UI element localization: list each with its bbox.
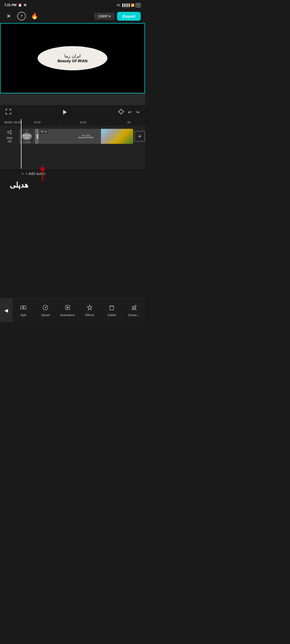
add-clip-button[interactable]: + <box>134 131 145 142</box>
title-oval: ایران زیبا Beauty Of IRAN <box>38 46 107 70</box>
bottom-toolbar: ◀ Split Speed <box>0 298 145 322</box>
title-english: Beauty Of IRAN <box>57 58 88 63</box>
svg-rect-6 <box>24 306 26 309</box>
clip-text: ایران زیبا Beauty Of IRAN <box>78 134 94 139</box>
close-button[interactable]: ✕ <box>4 12 13 20</box>
speed-label: Speed <box>41 313 50 317</box>
delete-tool-button[interactable]: Delete <box>101 299 123 322</box>
preview-area: ایران زیبا Beauty Of IRAN <box>0 23 145 93</box>
speed-icon <box>42 304 49 312</box>
effects-icon <box>86 304 93 312</box>
undo-button[interactable]: ↩ <box>128 109 132 116</box>
alarm-icon: ⏰ <box>18 3 22 7</box>
split-label: Split <box>20 313 26 317</box>
top-toolbar: ✕ ? 🔥 1080P ▾ Export <box>0 9 145 23</box>
playhead-line <box>21 126 21 169</box>
clip-separator[interactable]: ▐ <box>35 129 39 144</box>
clip-duration: 59.4s <box>40 130 48 133</box>
preview-black: ایران زیبا Beauty Of IRAN <box>1 24 144 93</box>
toolbar-items: Split Speed Animations <box>12 299 145 322</box>
redo-button[interactable]: ↪ <box>136 109 140 116</box>
split-icon <box>20 304 27 312</box>
timeline-cursor <box>21 119 21 126</box>
add-audio-row: + + Add audio <box>0 169 145 178</box>
timeline-header: 00:00 / 01:01 00:00 · 00:02 · 00: <box>0 119 145 126</box>
edit-icon: ✏ <box>26 129 28 133</box>
svg-rect-16 <box>132 306 133 309</box>
time-marks: 00:00 · 00:02 · 00: <box>4 121 141 124</box>
clip-thumb-bg <box>101 129 133 144</box>
arrow-stem <box>42 170 43 181</box>
svg-point-9 <box>45 307 46 308</box>
annotation-section: + + Add audio هدپلی <box>0 169 145 194</box>
plus-icon: + <box>21 171 24 176</box>
time-mark-2: 00:02 <box>72 121 95 124</box>
svg-rect-17 <box>135 305 136 309</box>
persian-annotation: هدپلی <box>10 181 28 189</box>
svg-marker-1 <box>119 109 124 114</box>
split-tool-button[interactable]: Split <box>12 299 34 322</box>
wifi-icon: 📶 <box>131 3 135 7</box>
status-right: 4G ▐▐▐▐ 📶 83 <box>117 3 141 7</box>
enhance-label: Enhan... <box>128 313 139 317</box>
effects-label: Effects <box>85 313 94 317</box>
cover-clip[interactable]: ✏ Beauty OF IRAN Cover <box>19 129 34 144</box>
right-controls: ↩ ↪ <box>118 109 140 116</box>
status-left: 7:21 PM ⏰ ⚙ <box>4 3 27 7</box>
time-mark-3: · <box>95 121 118 124</box>
svg-marker-11 <box>67 306 69 309</box>
mute-icon <box>7 130 12 136</box>
delete-label: Delete <box>108 313 116 317</box>
svg-rect-12 <box>110 306 114 310</box>
animations-icon <box>64 304 71 312</box>
time-mark-4: 00: <box>118 121 141 124</box>
signal-icon: ▐▐▐▐ <box>121 3 130 7</box>
time-mark-1: · <box>49 121 72 124</box>
toolbar-left: ✕ ? 🔥 <box>4 12 94 20</box>
enhance-tool-button[interactable]: Enhan... <box>123 299 145 322</box>
delete-icon <box>108 304 115 312</box>
main-clip[interactable]: 59.4s ایران زیبا Beauty Of IRAN <box>39 129 133 144</box>
title-persian: ایران زیبا <box>64 53 80 58</box>
battery-indicator: 83 <box>136 3 141 7</box>
red-arrow-annotation <box>40 166 45 181</box>
cover-label: Cover <box>23 141 31 144</box>
spacer-area <box>0 93 145 105</box>
keyframe-button[interactable] <box>118 109 124 116</box>
effects-tool-button[interactable]: Effects <box>79 299 101 322</box>
network-4g-icon: 4G <box>117 4 120 7</box>
bottom-spacer <box>0 194 145 247</box>
timeline-track: Muteclip ✏ Beauty OF IRAN Cover ▐ 59.4s … <box>0 126 145 169</box>
track-controls: Muteclip <box>0 130 19 143</box>
mute-label: Muteclip <box>7 137 13 143</box>
time-mark-0: 00:00 <box>26 121 49 124</box>
export-button[interactable]: Export <box>117 12 141 21</box>
play-button[interactable] <box>61 109 68 115</box>
svg-marker-0 <box>63 110 67 115</box>
video-track-row: Muteclip ✏ Beauty OF IRAN Cover ▐ 59.4s … <box>0 128 145 145</box>
resolution-button[interactable]: 1080P ▾ <box>94 13 115 20</box>
playback-controls: ↩ ↪ <box>0 105 145 119</box>
toolbar-right: 1080P ▾ Export <box>94 12 141 21</box>
enhance-icon <box>131 304 137 312</box>
speed-tool-button[interactable]: Speed <box>34 299 56 322</box>
current-time-label: 00:00 / 01:01 <box>4 121 21 124</box>
animations-label: Animations <box>60 313 75 317</box>
back-button[interactable]: ◀ <box>0 299 12 322</box>
animations-tool-button[interactable]: Animations <box>57 299 79 322</box>
flame-button[interactable]: 🔥 <box>30 12 39 20</box>
svg-rect-5 <box>21 306 23 309</box>
arrow-head <box>40 166 45 170</box>
svg-marker-4 <box>8 130 11 134</box>
settings-icon: ⚙ <box>24 3 27 7</box>
clip-thumbnail <box>101 129 133 144</box>
time-display: 7:21 PM <box>4 3 16 7</box>
fullscreen-button[interactable] <box>5 109 11 116</box>
annotation-row: هدپلی <box>0 178 145 194</box>
track-clips[interactable]: ✏ Beauty OF IRAN Cover ▐ 59.4s ایران زیب… <box>19 128 145 145</box>
status-bar: 7:21 PM ⏰ ⚙ 4G ▐▐▐▐ 📶 83 <box>0 0 145 9</box>
help-button[interactable]: ? <box>17 12 26 20</box>
